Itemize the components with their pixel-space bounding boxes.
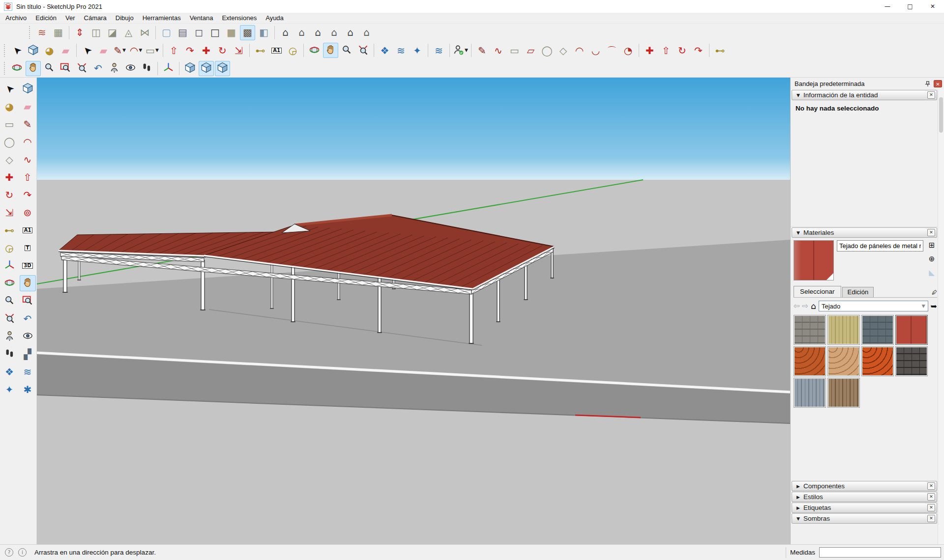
section-materials-header[interactable]: ▼ Materiales ✕ xyxy=(792,227,937,238)
credits-icon[interactable]: i xyxy=(18,548,27,557)
eraser-2-button[interactable]: ▰ xyxy=(96,43,111,58)
rotate-2-button[interactable]: ↻ xyxy=(675,43,690,58)
lt-push-pull-button[interactable]: ⇧ xyxy=(20,169,36,185)
close-icon[interactable]: ✕ xyxy=(921,0,944,13)
pie-button[interactable]: ◔ xyxy=(620,43,636,58)
left-view-button[interactable]: ⌂ xyxy=(359,25,374,40)
rectangle-dropdown-icon[interactable]: ▼ xyxy=(155,48,159,53)
lt-section-plane-button[interactable]: ▞ xyxy=(20,346,36,362)
sandbox-from-contours-button[interactable]: ≋ xyxy=(34,25,50,40)
move-2-button[interactable]: ✚ xyxy=(642,43,657,58)
right-view-button[interactable]: ⌂ xyxy=(326,25,342,40)
swatch-roof-metal-red[interactable] xyxy=(895,315,928,345)
account-dropdown-icon[interactable]: ▼ xyxy=(465,48,468,53)
lt-freehand-button[interactable]: ∿ xyxy=(20,151,36,168)
swatch-roof-shingle-rounded-tan[interactable] xyxy=(827,346,860,376)
menu-ver[interactable]: Ver xyxy=(61,13,80,23)
arc-2-button[interactable]: ◠ xyxy=(572,43,587,58)
polygon-button[interactable]: ◇ xyxy=(556,43,571,58)
lt-3d-text-button[interactable]: 3D xyxy=(20,257,36,274)
section-sombras-close-icon[interactable]: ✕ xyxy=(927,515,935,522)
pan-camera-button[interactable] xyxy=(26,61,41,76)
lt-orbit-button[interactable] xyxy=(1,275,18,291)
home-icon[interactable]: ⌂ xyxy=(811,301,816,311)
pin-icon[interactable] xyxy=(923,79,932,88)
lt-polygon-button[interactable]: ◇ xyxy=(1,151,18,168)
walk-button[interactable] xyxy=(139,61,154,76)
material-preview[interactable] xyxy=(794,240,834,280)
zoom-button[interactable] xyxy=(339,43,354,58)
tray-close-icon[interactable]: ✕ xyxy=(934,80,942,87)
zoom-camera-button[interactable] xyxy=(42,61,57,76)
swatch-roof-shake-brown[interactable] xyxy=(827,378,860,408)
tray-scrollbar[interactable] xyxy=(938,89,944,544)
monochrome-style-button[interactable]: ◧ xyxy=(256,25,271,40)
menu-archivo[interactable]: Archivo xyxy=(1,13,31,23)
minimize-icon[interactable]: — xyxy=(876,0,899,13)
section-entity-info-header[interactable]: ▼ Información de la entidad ✕ xyxy=(792,90,937,100)
lt-trimble-connect-button[interactable]: ❖ xyxy=(1,364,18,380)
line-2-button[interactable]: ✎ xyxy=(474,43,490,58)
trimble-connect-button[interactable]: ❖ xyxy=(377,43,392,58)
lt-dimension-button[interactable]: A1 xyxy=(20,222,36,238)
menu-ayuda[interactable]: Ayuda xyxy=(261,13,288,23)
section-etiquetas-header[interactable]: ▶Etiquetas✕ xyxy=(792,503,937,513)
iso-view-cube-button[interactable] xyxy=(182,61,198,76)
lt-position-camera-button[interactable] xyxy=(1,328,18,344)
lt-zoom-extents-button[interactable] xyxy=(1,310,18,327)
scan-essentials-button[interactable]: ≋ xyxy=(393,43,409,58)
menu-camara[interactable]: Cámara xyxy=(80,13,111,23)
lt-scan-essentials-button[interactable]: ≋ xyxy=(20,364,36,380)
menu-herramientas[interactable]: Herramientas xyxy=(138,13,185,23)
rectangle-button[interactable]: ▭▼ xyxy=(145,43,160,58)
maximize-icon[interactable]: □ xyxy=(899,0,921,13)
extension-waves-button[interactable]: ≋ xyxy=(431,43,446,58)
push-pull-2-button[interactable]: ⇧ xyxy=(658,43,674,58)
swatch-roof-shingle-blue-gray[interactable] xyxy=(794,378,826,408)
zoom-extents-button[interactable] xyxy=(355,43,371,58)
swatch-roof-slate-blue[interactable] xyxy=(861,315,894,345)
section-componentes-close-icon[interactable]: ✕ xyxy=(927,482,935,490)
rotate-button[interactable]: ↻ xyxy=(215,43,230,58)
follow-me-button[interactable]: ↷ xyxy=(182,43,198,58)
rectangle-2-button[interactable]: ▭ xyxy=(507,43,522,58)
lt-tape-measure-button[interactable]: ⊷ xyxy=(1,222,18,238)
3d-viewport[interactable] xyxy=(37,78,790,544)
menu-edicion[interactable]: Edición xyxy=(31,13,61,23)
add-detail-button[interactable]: ◬ xyxy=(121,25,136,40)
tape-measure-2-button[interactable]: ⊷ xyxy=(712,43,728,58)
front-view-button[interactable]: ⌂ xyxy=(310,25,325,40)
tab-seleccionar[interactable]: Seleccionar xyxy=(794,286,841,297)
swatch-roof-shake-tan[interactable] xyxy=(827,315,860,345)
collection-dropdown[interactable]: Tejado ▼ xyxy=(819,301,928,311)
measurements-input[interactable] xyxy=(819,547,941,558)
lt-pan-button[interactable] xyxy=(20,275,36,291)
move-button[interactable]: ✚ xyxy=(199,43,214,58)
lt-rectangle-button[interactable]: ▭ xyxy=(1,116,18,132)
swatch-roof-tile-spanish[interactable] xyxy=(794,346,826,376)
back-arrow-icon[interactable]: ⇦ xyxy=(794,302,800,310)
lt-eraser-button[interactable]: ▰ xyxy=(20,98,36,114)
position-camera-button[interactable] xyxy=(107,61,122,76)
line-dropdown-icon[interactable]: ▼ xyxy=(122,48,126,53)
lt-circle-button[interactable]: ◯ xyxy=(1,134,18,150)
hidden-line-style-button[interactable]: □ xyxy=(207,25,223,40)
section-etiquetas-close-icon[interactable]: ✕ xyxy=(927,504,935,511)
forward-arrow-icon[interactable]: ⇨ xyxy=(802,302,809,310)
section-estilos-close-icon[interactable]: ✕ xyxy=(927,493,935,501)
swatch-roof-shingle-dark[interactable] xyxy=(895,346,928,376)
lt-axes-button[interactable] xyxy=(1,257,18,274)
look-around-button[interactable] xyxy=(123,61,138,76)
menu-ventana[interactable]: Ventana xyxy=(185,13,218,23)
lt-overlays-button[interactable]: ✦ xyxy=(1,381,18,397)
push-pull-button[interactable]: ⇧ xyxy=(166,43,181,58)
shaded-with-textures-style-button[interactable]: ▩ xyxy=(240,25,255,40)
select-2-button[interactable]: ➤ xyxy=(80,43,95,58)
axes-tool-button[interactable] xyxy=(161,61,176,76)
lt-follow-me-button[interactable]: ↷ xyxy=(20,187,36,203)
lt-protractor-button[interactable]: ◶ xyxy=(1,240,18,256)
zoom-window-button[interactable] xyxy=(58,61,73,76)
lt-walk-button[interactable] xyxy=(1,346,18,362)
top-view-cube-button[interactable] xyxy=(199,61,214,76)
rotated-rectangle-button[interactable]: ▱ xyxy=(523,43,538,58)
